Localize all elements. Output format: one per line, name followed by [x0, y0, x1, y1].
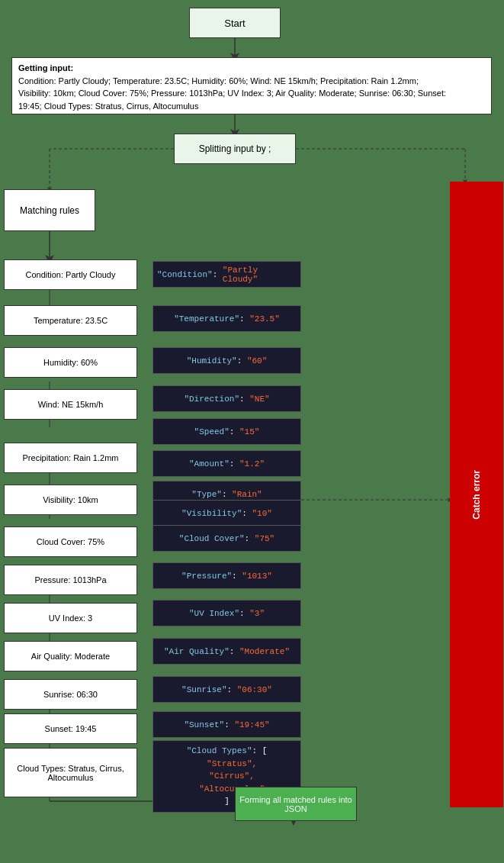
wind-left-row: Wind: NE 15km/h — [4, 389, 137, 420]
matching-rules-box: Matching rules — [4, 189, 95, 231]
getting-input-label: Getting input: Condition: Partly Cloudy;… — [18, 63, 446, 111]
direction-right-row: "Direction": "NE" — [152, 385, 301, 412]
visibility-right-row: "Visibility": "10" — [152, 500, 301, 526]
flowchart: Start Getting input: Condition: Partly C… — [0, 0, 504, 863]
catch-error-label: Catch error — [471, 470, 482, 520]
getting-input-content: Condition: Partly Cloudy; Temperature: 2… — [18, 76, 446, 111]
temperature-right-row: "Temperature": "23.5" — [152, 305, 301, 332]
humidity-right-row: "Humidity": "60" — [152, 347, 301, 374]
cloud-cover-right-row: "Cloud Cover": "75" — [152, 525, 301, 552]
splitting-box: Splitting input by ; — [174, 134, 296, 164]
air-quality-left-row: Air Quality: Moderate — [4, 641, 137, 671]
cloud-types-left-row: Cloud Types: Stratus, Cirrus,Altocumulus — [4, 748, 137, 797]
amount-right-row: "Amount": "1.2" — [152, 450, 301, 477]
temperature-left-row: Temperature: 23.5C — [4, 305, 137, 336]
start-box: Start — [189, 8, 281, 38]
humidity-left-row: Humidity: 60% — [4, 347, 137, 378]
uv-index-left-row: UV Index: 3 — [4, 603, 137, 633]
speed-right-row: "Speed": "15" — [152, 418, 301, 445]
pressure-right-row: "Pressure": "1013" — [152, 562, 301, 589]
forming-json-label: Forming all matched rules into JSON — [239, 795, 353, 813]
pressure-left-row: Pressure: 1013hPa — [4, 565, 137, 595]
visibility-left-row: Visibility: 10km — [4, 485, 137, 515]
matching-rules-label: Matching rules — [20, 205, 79, 216]
sunrise-left-row: Sunrise: 06:30 — [4, 679, 137, 710]
sunset-right-row: "Sunset": "19:45" — [152, 711, 301, 738]
air-quality-right-row: "Air Quality": "Moderate" — [152, 638, 301, 665]
condition-left-row: Condition: Partly Cloudy — [4, 259, 137, 290]
condition-right-row: "Condition": "Partly Cloudy" — [152, 261, 301, 288]
cloud-cover-left-row: Cloud Cover: 75% — [4, 526, 137, 557]
start-label: Start — [224, 18, 245, 29]
catch-error-box: Catch error — [450, 182, 503, 807]
uv-right-row: "UV Index": "3" — [152, 600, 301, 626]
sunrise-right-row: "Sunrise": "06:30" — [152, 676, 301, 703]
forming-json-box: Forming all matched rules into JSON — [235, 787, 357, 821]
sunset-left-row: Sunset: 19:45 — [4, 713, 137, 744]
getting-input-box: Getting input: Condition: Partly Cloudy;… — [11, 57, 492, 114]
precipitation-left-row: Precipitation: Rain 1.2mm — [4, 443, 137, 473]
splitting-label: Splitting input by ; — [199, 143, 271, 154]
